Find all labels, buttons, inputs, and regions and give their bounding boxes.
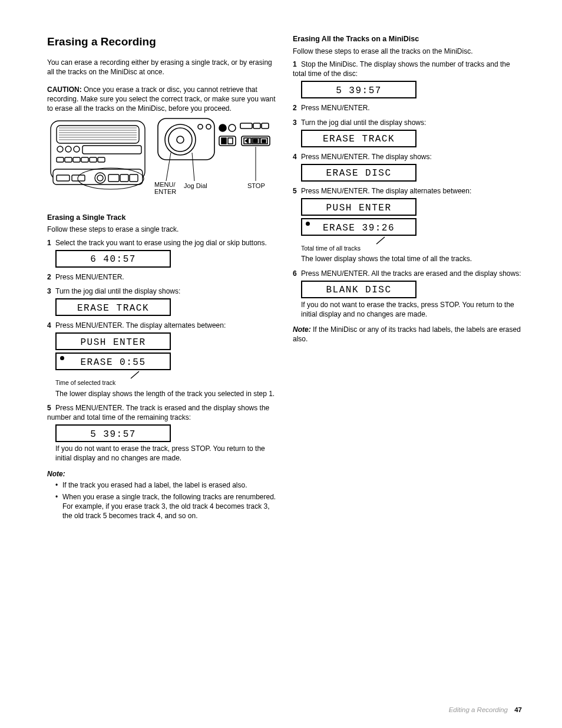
lcd-single-step5: 5 39:57	[55, 424, 171, 442]
single-step-4: Press MENU/ENTER. The display alternates…	[55, 321, 226, 330]
svg-rect-11	[82, 146, 141, 154]
single-after-4: The lower display shows the length of th…	[55, 389, 276, 398]
svg-rect-37	[262, 123, 269, 129]
caption-all-time: Total time of all tracks	[301, 244, 522, 252]
svg-line-52	[376, 237, 385, 244]
all-note-heading: Note:	[293, 325, 311, 334]
lcd-all-step6: BLANK DISC	[301, 281, 416, 298]
svg-rect-35	[240, 123, 252, 129]
lcd-all-step4: ERASE DISC	[301, 164, 416, 182]
all-tracks-heading: Erasing All the Tracks on a MiniDisc	[293, 34, 522, 44]
all-step-5: Press MENU/ENTER. The display alternates…	[301, 187, 471, 195]
lcd-single-step1: 6 40:57	[55, 250, 171, 268]
single-note-2: When you erase a single track, the follo…	[55, 492, 276, 521]
svg-rect-13	[65, 157, 72, 162]
svg-rect-25	[130, 174, 138, 182]
svg-point-34	[229, 124, 236, 131]
svg-rect-47	[262, 140, 266, 143]
svg-point-9	[65, 146, 71, 152]
all-step-2: Press MENU/ENTER.	[301, 104, 370, 112]
svg-rect-45	[256, 139, 257, 143]
svg-rect-19	[57, 175, 70, 181]
lcd-single-step4b: ERASE 0:55	[55, 353, 171, 370]
single-intro: Follow these steps to erase a single tra…	[47, 225, 276, 234]
page-footer: Editing a Recording 47	[449, 706, 522, 715]
label-jog-dial: Jog Dial	[184, 182, 207, 189]
all-step-6a: Press MENU/ENTER. All the tracks are era…	[301, 269, 521, 278]
single-note-1: If the track you erased had a label, the…	[55, 480, 276, 490]
lcd-all-step5a: PUSH ENTER	[301, 198, 416, 216]
all-after-5: The lower display shows the total time o…	[301, 254, 522, 263]
svg-point-30	[177, 136, 184, 143]
svg-rect-15	[81, 157, 88, 162]
svg-rect-39	[222, 138, 226, 144]
single-step-1: Select the track you want to erase using…	[55, 239, 267, 247]
footer-page-number: 47	[514, 706, 522, 713]
single-step-2: Press MENU/ENTER.	[55, 273, 124, 281]
svg-line-51	[131, 371, 139, 378]
all-step-1: Stop the MiniDisc. The display shows the…	[293, 60, 510, 78]
label-stop: STOP	[247, 182, 265, 189]
footer-section-label: Editing a Recording	[449, 706, 508, 713]
all-step-4: Press MENU/ENTER. The display shows:	[301, 153, 432, 161]
intro-text: You can erase a recording either by eras…	[47, 58, 276, 77]
svg-point-8	[57, 146, 63, 152]
caption-single-time: Time of selected track	[55, 378, 276, 387]
svg-rect-24	[120, 174, 128, 182]
single-step-3: Turn the jog dial until the display show…	[55, 287, 180, 295]
lcd-single-step3: ERASE TRACK	[55, 298, 171, 316]
svg-point-33	[219, 124, 226, 131]
all-intro: Follow these steps to erase all the trac…	[293, 47, 522, 56]
label-menu-enter: MENU/ ENTER	[154, 181, 176, 195]
single-step-5b: If you do not want to erase the track, p…	[55, 444, 276, 463]
lcd-all-step1: 5 39:57	[301, 81, 416, 98]
lcd-single-step4a: PUSH ENTER	[55, 332, 171, 350]
single-step-5a: Press MENU/ENTER. The track is erased an…	[47, 404, 269, 421]
svg-point-32	[206, 124, 211, 129]
svg-rect-23	[108, 174, 119, 182]
lcd-all-step5b: ERASE 39:26	[301, 218, 416, 236]
svg-point-31	[198, 124, 203, 129]
svg-rect-14	[73, 157, 80, 162]
svg-rect-40	[228, 138, 233, 144]
page-title: Erasing a Recording	[47, 34, 276, 50]
caution-body: Once you erase a track or disc, you cann…	[47, 85, 276, 113]
svg-rect-36	[253, 123, 260, 129]
svg-rect-12	[57, 157, 64, 162]
all-step-6b: If you do not want to erase the tracks, …	[301, 300, 522, 319]
svg-rect-17	[98, 157, 105, 162]
svg-point-10	[74, 146, 80, 152]
single-track-heading: Erasing a Single Track	[47, 213, 276, 223]
svg-point-22	[97, 175, 103, 181]
caution-heading: CAUTION:	[47, 85, 82, 94]
svg-rect-44	[253, 139, 255, 143]
svg-rect-1	[57, 126, 139, 143]
all-step-3: Turn the jog dial until the display show…	[301, 118, 426, 127]
single-note-heading: Note:	[47, 470, 65, 478]
lcd-all-step3: ERASE TRACK	[301, 130, 416, 147]
svg-rect-16	[90, 157, 97, 162]
all-note-body: If the MiniDisc or any of its tracks had…	[293, 325, 521, 343]
device-illustration: MENU/ ENTER Jog Dial STOP	[46, 116, 276, 205]
